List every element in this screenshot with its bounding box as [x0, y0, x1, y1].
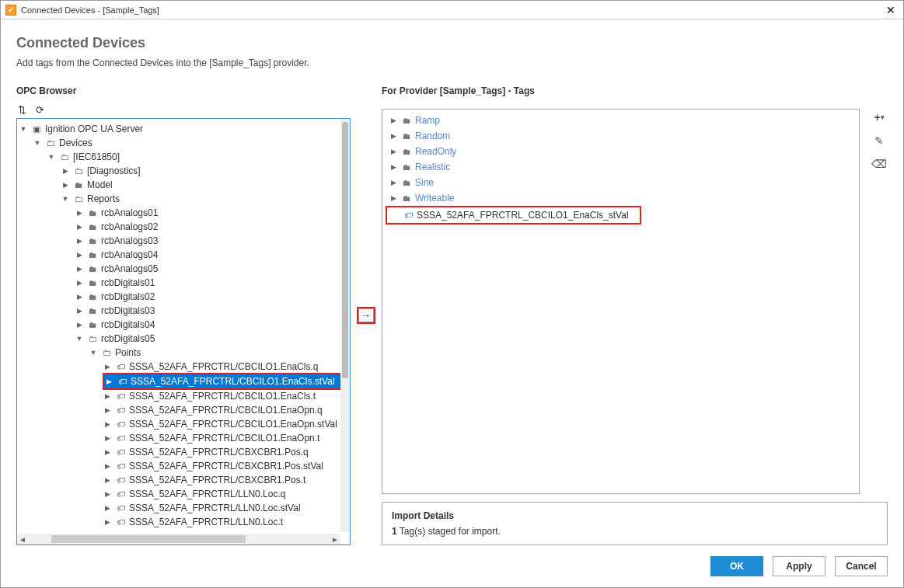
close-icon[interactable]: ✕ — [883, 4, 899, 16]
chevron-icon[interactable]: ▶ — [75, 279, 84, 287]
vscroll[interactable] — [340, 119, 350, 532]
node-label: rcbAnalogs02 — [101, 221, 158, 232]
point-node[interactable]: ▶🏷SSSA_52AFA_FPRCTRL/CBCILO1.EnaCls.stVa… — [104, 374, 348, 388]
ok-button[interactable]: OK — [710, 556, 763, 576]
reports-node[interactable]: ▼🗀Reports — [61, 192, 350, 206]
node-label: Reports — [87, 193, 120, 204]
add-tag-button[interactable]: +▾ — [871, 109, 888, 126]
chevron-icon[interactable]: ▶ — [75, 237, 84, 245]
chevron-icon[interactable]: ▶ — [75, 265, 84, 273]
report-folder[interactable]: ▶🖿rcbAnalogs03 — [75, 234, 350, 248]
folder-icon: 🖿 — [401, 162, 412, 172]
opc-tree[interactable]: ▼▣Ignition OPC UA Server▼🗀Devices▼🗀[IEC6… — [16, 118, 351, 545]
report-folder[interactable]: ▶🖿rcbAnalogs05 — [75, 262, 350, 276]
point-node[interactable]: ▶🏷SSSA_52AFA_FPRCTRL/CBCILO1.EnaOpn.stVa… — [103, 417, 350, 431]
chevron-icon[interactable]: ▶ — [389, 117, 398, 124]
point-node[interactable]: ▶🏷SSSA_52AFA_FPRCTRL/CBCILO1.EnaCls.t — [103, 389, 350, 403]
staged-tag-node[interactable]: 🏷SSSA_52AFA_FPRCTRL_CBCILO1_EnaCls_stVal — [390, 207, 637, 223]
chevron-icon[interactable]: ▶ — [103, 363, 112, 371]
provider-folder[interactable]: ▶🖿Writeable — [389, 190, 854, 206]
import-details-title: Import Details — [392, 510, 878, 521]
chevron-icon[interactable]: ▼ — [19, 125, 28, 133]
cancel-button[interactable]: Cancel — [835, 556, 888, 576]
report-folder[interactable]: ▶🖿rcbAnalogs04 — [75, 248, 350, 262]
report-folder[interactable]: ▶🖿rcbDigitals03 — [75, 304, 350, 318]
chevron-icon[interactable]: ▶ — [103, 392, 112, 400]
opc-server-node[interactable]: ▼▣Ignition OPC UA Server — [19, 122, 350, 136]
chevron-icon[interactable]: ▶ — [61, 181, 70, 189]
folder-icon: 🖿 — [401, 193, 412, 204]
provider-folder[interactable]: ▶🖿Ramp — [389, 113, 854, 128]
chevron-icon[interactable]: ▶ — [104, 378, 113, 385]
report-folder-open[interactable]: ▼🗀rcbDigitals05 — [75, 332, 350, 346]
iec-node[interactable]: ▼🗀[IEC61850] — [47, 150, 350, 164]
chevron-icon[interactable]: ▶ — [103, 448, 112, 456]
delete-tag-button[interactable]: ⌫ — [871, 155, 888, 172]
titlebar[interactable]: ✓ Connected Devices - [Sample_Tags] ✕ — [1, 1, 903, 19]
chevron-icon[interactable]: ▶ — [103, 420, 112, 428]
chevron-icon[interactable]: ▶ — [389, 132, 398, 140]
node-label: Random — [415, 130, 450, 141]
point-node[interactable]: ▶🏷SSSA_52AFA_FPRCTRL/LLN0.Loc.stVal — [103, 501, 350, 515]
point-node[interactable]: ▶🏷SSSA_52AFA_FPRCTRL/LLN0.Loc.t — [103, 515, 350, 529]
chevron-icon[interactable]: ▶ — [389, 179, 398, 186]
report-folder[interactable]: ▶🖿rcbDigitals01 — [75, 276, 350, 290]
chevron-icon[interactable]: ▶ — [103, 462, 112, 470]
points-node[interactable]: ▼🗀Points — [89, 346, 350, 360]
refresh-icon[interactable]: ⟳ — [36, 104, 44, 116]
provider-tree[interactable]: ▶🖿Ramp▶🖿Random▶🖿ReadOnly▶🖿Realistic▶🖿Sin… — [382, 109, 860, 494]
report-folder[interactable]: ▶🖿rcbAnalogs02 — [75, 220, 350, 234]
chevron-icon[interactable]: ▶ — [103, 434, 112, 442]
chevron-icon[interactable]: ▶ — [389, 163, 398, 171]
provider-folder[interactable]: ▶🖿Realistic — [389, 159, 854, 175]
point-node[interactable]: ▶🏷SSSA_52AFA_FPRCTRL/LLN0.Loc.q — [103, 487, 350, 501]
chevron-icon[interactable]: ▶ — [389, 148, 398, 155]
model-node[interactable]: ▶🖿Model — [61, 178, 350, 192]
provider-folder[interactable]: ▶🖿Random — [389, 128, 854, 144]
chevron-icon[interactable]: ▼ — [33, 139, 42, 147]
add-to-provider-button[interactable]: → — [357, 307, 375, 324]
chevron-icon[interactable]: ▶ — [103, 406, 112, 414]
chevron-icon[interactable]: ▶ — [75, 321, 84, 329]
tag-icon: 🏷 — [115, 475, 126, 485]
chevron-icon[interactable]: ▶ — [103, 518, 112, 526]
report-folder[interactable]: ▶🖿rcbAnalogs01 — [75, 206, 350, 220]
diagnostics-node[interactable]: ▶🗀[Diagnostics] — [61, 164, 350, 178]
chevron-icon[interactable]: ▶ — [103, 476, 112, 484]
chevron-icon[interactable]: ▶ — [75, 307, 84, 315]
chevron-icon[interactable]: ▼ — [75, 335, 84, 343]
point-node[interactable]: ▶🏷SSSA_52AFA_FPRCTRL/CBXCBR1.Pos.stVal — [103, 459, 350, 473]
chevron-icon[interactable]: ▼ — [89, 349, 98, 357]
devices-node[interactable]: ▼🗀Devices — [33, 136, 350, 150]
chevron-icon[interactable]: ▶ — [103, 490, 112, 498]
chevron-icon[interactable]: ▶ — [75, 223, 84, 231]
chevron-icon[interactable]: ▼ — [61, 195, 70, 203]
chevron-icon[interactable]: ▶ — [75, 251, 84, 259]
report-folder[interactable]: ▶🖿rcbDigitals02 — [75, 290, 350, 304]
point-node[interactable]: ▶🏷SSSA_52AFA_FPRCTRL/CBCILO1.EnaCls.q — [103, 360, 350, 374]
chevron-icon[interactable]: ▶ — [103, 504, 112, 512]
edit-tag-button[interactable]: ✎ — [871, 132, 888, 149]
node-label: SSSA_52AFA_FPRCTRL_CBCILO1_EnaCls_stVal — [417, 210, 629, 221]
provider-folder[interactable]: ▶🖿Sine — [389, 175, 854, 190]
point-node[interactable]: ▶🏷SSSA_52AFA_FPRCTRL/CBXCBR1.Pos.q — [103, 445, 350, 459]
node-label: SSSA_52AFA_FPRCTRL/CBXCBR1.Pos.stVal — [129, 461, 323, 471]
folder-icon: 🖿 — [87, 221, 98, 232]
node-label: rcbDigitals04 — [101, 319, 155, 330]
hscroll[interactable]: ◄► — [17, 534, 340, 545]
provider-folder[interactable]: ▶🖿ReadOnly — [389, 144, 854, 159]
chevron-icon[interactable]: ▶ — [75, 209, 84, 217]
node-label: rcbDigitals02 — [101, 291, 155, 302]
point-node[interactable]: ▶🏷SSSA_52AFA_FPRCTRL/CBXCBR1.Pos.t — [103, 473, 350, 487]
apply-button[interactable]: Apply — [773, 556, 825, 576]
tag-icon: 🏷 — [115, 433, 126, 444]
point-node[interactable]: ▶🏷SSSA_52AFA_FPRCTRL/CBCILO1.EnaOpn.q — [103, 403, 350, 417]
chevron-icon[interactable]: ▼ — [47, 153, 56, 161]
chevron-icon[interactable]: ▶ — [75, 293, 84, 301]
chevron-icon[interactable]: ▶ — [61, 167, 70, 175]
report-folder[interactable]: ▶🖿rcbDigitals04 — [75, 318, 350, 332]
point-node[interactable]: ▶🏷SSSA_52AFA_FPRCTRL/CBCILO1.EnaOpn.t — [103, 431, 350, 445]
chevron-icon[interactable]: ▶ — [389, 194, 398, 202]
sort-icon[interactable]: ⇅ — [18, 104, 26, 116]
folder-open-icon: 🗀 — [73, 193, 84, 204]
